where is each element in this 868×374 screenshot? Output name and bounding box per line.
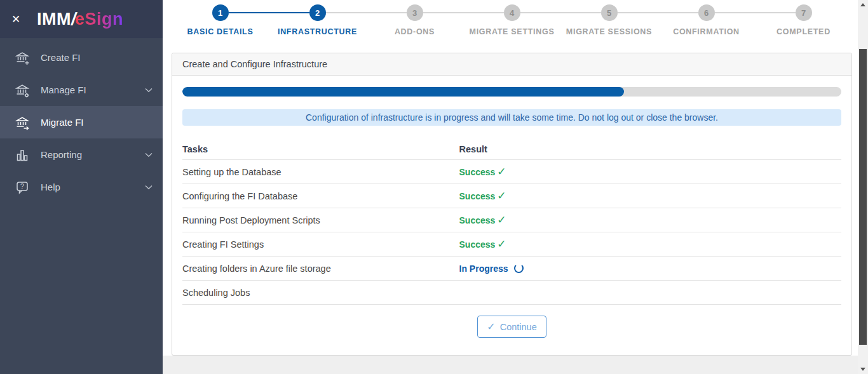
step-label: MIGRATE SETTINGS bbox=[463, 27, 560, 36]
bank-plus-icon bbox=[14, 50, 31, 66]
step-label: INFRASTRUCTURE bbox=[269, 27, 366, 36]
wizard-stepper: 1 BASIC DETAILS 2 INFRASTRUCTURE 3 ADD-O… bbox=[172, 0, 852, 44]
sidebar-item-reporting[interactable]: Reporting bbox=[0, 138, 163, 171]
check-icon: ✓ bbox=[487, 321, 495, 333]
step-connector bbox=[366, 12, 407, 13]
chevron-down-icon bbox=[145, 185, 153, 190]
step-circle[interactable]: 6 bbox=[698, 4, 715, 21]
step-connector bbox=[658, 12, 698, 13]
table-row: Scheduling Jobs bbox=[182, 281, 841, 305]
step-connector bbox=[715, 12, 756, 13]
sidebar-item-label: Help bbox=[41, 182, 145, 192]
step-migrate-settings[interactable]: 4 MIGRATE SETTINGS bbox=[463, 0, 560, 44]
step-circle[interactable]: 3 bbox=[407, 4, 423, 21]
table-header-row: Tasks Result bbox=[182, 138, 841, 160]
step-label: BASIC DETAILS bbox=[172, 27, 269, 36]
scrollbar-up-arrow-icon[interactable] bbox=[860, 3, 865, 6]
table-row: Creating FI Settings Success ✓ bbox=[182, 232, 841, 257]
bar-chart-icon bbox=[14, 147, 31, 163]
task-name: Creating FI Settings bbox=[182, 239, 459, 250]
step-circle[interactable]: 4 bbox=[504, 4, 520, 21]
sidebar-nav: Create FI Manage FI bbox=[0, 38, 163, 203]
svg-text:?: ? bbox=[20, 182, 24, 190]
step-infrastructure[interactable]: 2 INFRASTRUCTURE bbox=[269, 0, 366, 44]
step-connector bbox=[463, 12, 504, 13]
step-confirmation[interactable]: 6 CONFIRMATION bbox=[658, 0, 755, 44]
continue-button-label: Continue bbox=[500, 322, 537, 332]
step-circle[interactable]: 5 bbox=[601, 4, 618, 21]
app-logo: IMM/eSign bbox=[37, 10, 123, 29]
sidebar-item-label: Reporting bbox=[41, 149, 145, 160]
sidebar-item-manage-fi[interactable]: Manage FI bbox=[0, 74, 163, 106]
step-circle[interactable]: 2 bbox=[309, 4, 326, 21]
step-circle[interactable]: 7 bbox=[796, 4, 812, 21]
status-text: In Progress bbox=[459, 264, 508, 274]
step-label: ADD-ONS bbox=[366, 27, 463, 36]
progress-bar bbox=[182, 87, 841, 97]
step-migrate-sessions[interactable]: 5 MIGRATE SESSIONS bbox=[560, 0, 658, 44]
infrastructure-panel: Create and Configure Infrastructure Conf… bbox=[172, 53, 852, 356]
app-window: ✕ IMM/eSign Create FI bbox=[0, 0, 868, 374]
step-connector bbox=[560, 12, 601, 13]
column-header-result: Result bbox=[459, 144, 841, 154]
check-icon: ✓ bbox=[497, 189, 506, 203]
panel-body: Configuration of infrastructure is in pr… bbox=[172, 87, 851, 338]
task-name: Creating folders in Azure file storage bbox=[182, 264, 459, 274]
step-label: CONFIRMATION bbox=[658, 27, 755, 36]
sidebar: ✕ IMM/eSign Create FI bbox=[0, 0, 163, 374]
logo-imm: IMM bbox=[37, 10, 71, 29]
status-text: Success bbox=[459, 239, 496, 250]
scrollbar-thumb[interactable] bbox=[859, 49, 867, 345]
check-icon: ✓ bbox=[497, 213, 506, 227]
column-header-tasks: Tasks bbox=[182, 144, 459, 154]
step-connector bbox=[326, 12, 367, 13]
vertical-scrollbar[interactable] bbox=[858, 0, 868, 374]
continue-button[interactable]: ✓ Continue bbox=[477, 316, 546, 338]
button-row: ✓ Continue bbox=[182, 316, 841, 338]
step-label: MIGRATE SESSIONS bbox=[560, 27, 658, 36]
sidebar-item-help[interactable]: ? Help bbox=[0, 171, 163, 203]
help-bubble-icon: ? bbox=[14, 179, 31, 196]
sidebar-item-migrate-fi[interactable]: Migrate FI bbox=[0, 106, 163, 138]
sidebar-item-label: Create FI bbox=[41, 52, 153, 63]
close-icon[interactable]: ✕ bbox=[11, 13, 28, 26]
step-connector bbox=[618, 12, 658, 13]
brand-header: ✕ IMM/eSign bbox=[0, 0, 163, 38]
panel-title: Create and Configure Infrastructure bbox=[182, 59, 327, 69]
table-row: Configuring the FI Database Success ✓ bbox=[182, 184, 841, 208]
step-connector bbox=[755, 12, 796, 13]
step-add-ons[interactable]: 3 ADD-ONS bbox=[366, 0, 463, 44]
step-label: COMPLETED bbox=[755, 27, 852, 36]
sidebar-item-create-fi[interactable]: Create FI bbox=[0, 41, 163, 74]
scrollbar-down-arrow-icon[interactable] bbox=[860, 368, 865, 371]
info-banner: Configuration of infrastructure is in pr… bbox=[182, 109, 841, 126]
step-connector bbox=[423, 12, 464, 13]
main-content: 1 BASIC DETAILS 2 INFRASTRUCTURE 3 ADD-O… bbox=[163, 0, 858, 374]
step-connector bbox=[229, 12, 269, 13]
step-completed[interactable]: 7 COMPLETED bbox=[755, 0, 852, 44]
sidebar-item-label: Migrate FI bbox=[41, 117, 153, 128]
status-text: Success bbox=[459, 215, 496, 225]
tasks-table: Tasks Result Setting up the Database Suc… bbox=[182, 138, 841, 305]
chevron-down-icon bbox=[145, 152, 153, 157]
spinner-icon bbox=[514, 264, 524, 273]
status-text: Success bbox=[459, 191, 496, 201]
logo-esign: eSign bbox=[75, 10, 123, 29]
table-row: Setting up the Database Success ✓ bbox=[182, 160, 841, 184]
step-circle[interactable]: 1 bbox=[212, 4, 229, 21]
table-row: Creating folders in Azure file storage I… bbox=[182, 257, 841, 281]
task-name: Setting up the Database bbox=[182, 167, 459, 177]
task-name: Configuring the FI Database bbox=[182, 191, 459, 201]
info-banner-text: Configuration of infrastructure is in pr… bbox=[306, 112, 718, 123]
task-name: Running Post Deployment Scripts bbox=[182, 215, 459, 225]
task-name: Scheduling Jobs bbox=[182, 288, 459, 298]
progress-fill bbox=[182, 87, 624, 97]
sidebar-item-label: Manage FI bbox=[41, 84, 145, 95]
check-icon: ✓ bbox=[497, 237, 506, 251]
step-basic-details[interactable]: 1 BASIC DETAILS bbox=[172, 0, 269, 44]
check-icon: ✓ bbox=[497, 165, 506, 178]
step-connector bbox=[520, 12, 561, 13]
panel-header: Create and Configure Infrastructure bbox=[172, 53, 851, 76]
status-text: Success bbox=[459, 167, 496, 177]
bank-gear-icon bbox=[14, 82, 31, 98]
